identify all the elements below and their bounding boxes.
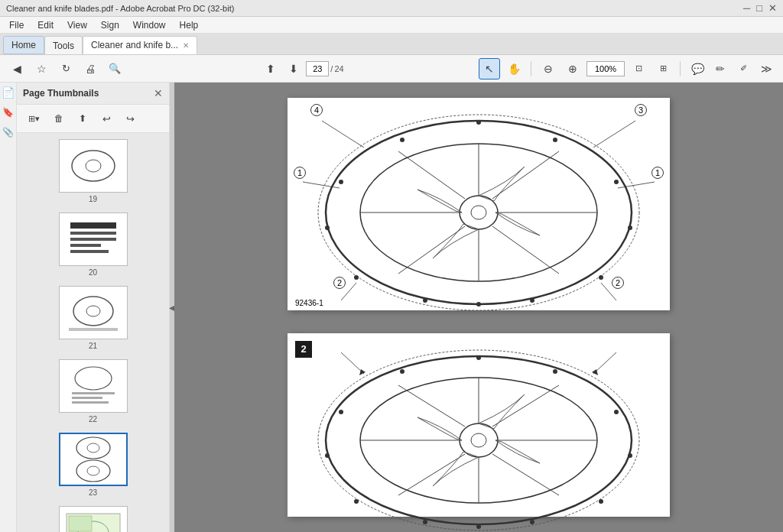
thumbnail-19[interactable]: 19 (59, 139, 128, 203)
draw-icon: ✏ (716, 63, 725, 75)
refresh-btn[interactable]: ↻ (55, 58, 76, 79)
zoom-input[interactable] (586, 61, 625, 76)
zoom-in-icon: ⊕ (568, 63, 577, 75)
svg-line-50 (341, 283, 356, 300)
window-controls[interactable]: ─ □ ✕ (743, 2, 777, 14)
svg-point-42 (354, 275, 359, 280)
svg-line-33 (492, 226, 559, 274)
svg-line-62 (398, 454, 465, 495)
thumbnail-img-21 (59, 286, 128, 339)
menu-window[interactable]: Window (127, 18, 172, 32)
prev-page-btn[interactable]: ⬆ (260, 58, 281, 79)
svg-point-67 (614, 410, 619, 414)
bookmark-btn[interactable]: ☆ (31, 58, 52, 79)
svg-point-75 (339, 410, 343, 414)
markup-icon: ✐ (740, 63, 747, 73)
thumbnail-24[interactable]: 24 (59, 506, 128, 532)
fit-page-btn[interactable]: ⊡ (628, 58, 649, 79)
thumbnail-23[interactable]: 23 (59, 433, 128, 497)
search-icon: 🔍 (109, 63, 121, 74)
thumbnail-22[interactable]: 22 (59, 359, 128, 423)
menu-file[interactable]: File (3, 18, 30, 32)
menu-help[interactable]: Help (174, 18, 205, 32)
tab-tools-label: Tools (53, 41, 74, 51)
menu-view[interactable]: View (61, 18, 93, 32)
side-panel-icons: 📄 🔖 📎 (0, 83, 17, 532)
tab-document[interactable]: Cleaner and knife b... ✕ (83, 36, 197, 54)
thumbnail-img-19 (59, 139, 128, 193)
hand-tool-btn[interactable]: ✋ (503, 58, 525, 79)
search-btn[interactable]: 🔍 (104, 58, 125, 79)
sidebar-close-btn[interactable]: ✕ (154, 87, 163, 99)
svg-point-74 (325, 453, 330, 458)
thumbnail-img-23 (59, 433, 128, 486)
svg-line-63 (398, 385, 465, 427)
svg-point-44 (339, 180, 343, 184)
fit-width-icon: ⊞ (660, 63, 667, 73)
back-btn[interactable]: ◀ (6, 58, 28, 79)
thumbnail-num-23: 23 (89, 488, 97, 497)
comment-btn[interactable]: 💬 (687, 58, 708, 79)
svg-point-68 (628, 453, 632, 458)
menu-edit[interactable]: Edit (31, 18, 60, 32)
svg-rect-3 (70, 232, 116, 235)
svg-point-25 (471, 206, 486, 219)
menu-sign[interactable]: Sign (95, 18, 125, 32)
svg-point-56 (471, 433, 486, 447)
tab-close-btn[interactable]: ✕ (183, 41, 189, 50)
zoom-out-icon: ⊖ (544, 63, 553, 75)
svg-line-31 (398, 226, 465, 274)
draw-btn[interactable]: ✏ (710, 58, 731, 79)
more-tools-btn[interactable]: ≫ (755, 58, 777, 79)
svg-rect-20 (69, 516, 92, 531)
thumbnail-img-22 (59, 359, 128, 413)
thumb-delete-btn[interactable]: 🗑 (48, 108, 70, 129)
svg-point-15 (87, 443, 99, 453)
svg-point-73 (354, 499, 359, 504)
select-tool-btn[interactable]: ↖ (479, 58, 500, 79)
title-bar: Cleaner and knife blades.pdf - Adobe Acr… (0, 0, 783, 17)
zoom-out-btn[interactable]: ⊖ (538, 58, 559, 79)
pdf-page-2: 2 (288, 333, 670, 517)
minimize-btn[interactable]: ─ (743, 2, 750, 14)
svg-point-76 (400, 369, 404, 374)
svg-line-32 (398, 151, 465, 199)
svg-point-8 (86, 306, 100, 316)
pages-icon[interactable]: 📄 (2, 86, 15, 99)
zoom-in-btn[interactable]: ⊕ (562, 58, 583, 79)
svg-point-70 (530, 520, 534, 524)
thumbnails-panel[interactable]: 19 20 (17, 133, 169, 532)
thumb-redo-btn[interactable]: ↪ (119, 108, 141, 129)
svg-point-10 (75, 367, 112, 390)
maximize-btn[interactable]: □ (756, 2, 762, 14)
tab-tools[interactable]: Tools (44, 36, 83, 54)
svg-point-66 (553, 369, 557, 374)
app-title: Cleaner and knife blades.pdf - Adobe Acr… (6, 4, 234, 13)
svg-point-72 (423, 520, 427, 524)
pdf-content-area[interactable]: 4 3 1 1 2 2 (174, 83, 783, 532)
thumbnail-img-24 (59, 506, 128, 532)
close-btn[interactable]: ✕ (768, 2, 777, 14)
page-navigation: ⬆ ⬇ / 24 (260, 58, 343, 79)
tab-home[interactable]: Home (3, 36, 44, 54)
thumbnail-21[interactable]: 21 (59, 286, 128, 350)
page-separator: / (330, 64, 333, 73)
attachments-icon[interactable]: 📎 (2, 125, 15, 139)
more-tools-icon: ≫ (761, 63, 772, 75)
bookmarks-icon[interactable]: 🔖 (2, 105, 15, 119)
page-input[interactable] (306, 61, 329, 76)
svg-point-45 (400, 138, 404, 142)
thumbnail-num-22: 22 (89, 415, 97, 423)
svg-point-39 (530, 298, 534, 303)
thumb-view-btn[interactable]: ⊞▾ (21, 108, 46, 129)
back-icon: ◀ (13, 63, 21, 75)
thumb-extract-btn[interactable]: ⬆ (72, 108, 93, 129)
fit-width-btn[interactable]: ⊞ (652, 58, 674, 79)
svg-rect-11 (72, 392, 115, 394)
markup-btn[interactable]: ✐ (733, 58, 754, 79)
next-page-btn[interactable]: ⬇ (283, 58, 304, 79)
thumbnail-20[interactable]: 20 (59, 212, 128, 277)
print-btn[interactable]: 🖨 (80, 58, 101, 79)
thumb-undo-btn[interactable]: ↩ (96, 108, 117, 129)
sidebar-title: Page Thumbnails (23, 88, 154, 99)
